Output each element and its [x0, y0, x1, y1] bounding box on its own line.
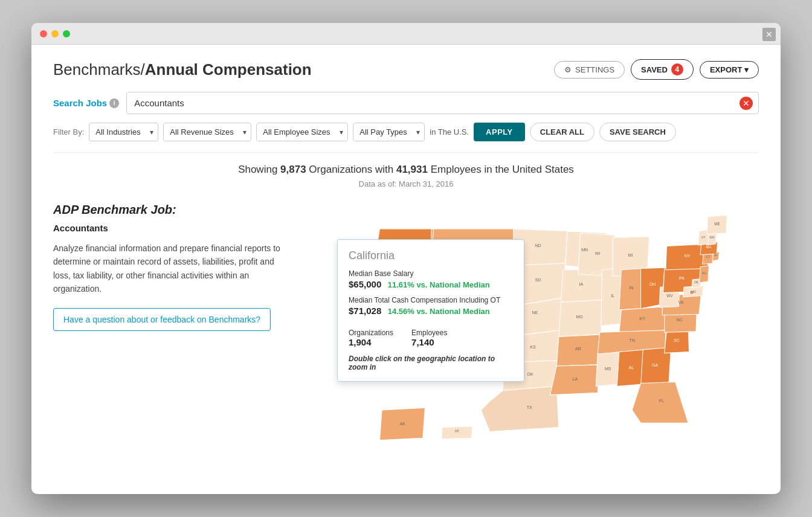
label-oh: OH: [649, 282, 656, 287]
industries-select[interactable]: All Industries: [89, 123, 158, 141]
search-input[interactable]: [126, 92, 759, 114]
label-ms: MS: [605, 367, 611, 371]
save-search-label: SAVE SEARCH: [610, 127, 666, 136]
employee-sizes-select[interactable]: All Employee Sizes: [256, 123, 348, 141]
emp-count: 41,931: [396, 164, 428, 175]
page-title: Benchmarks/Annual Compensation: [53, 60, 312, 79]
label-de: DE: [694, 280, 699, 284]
body-content: ADP Benchmark Job: Accountants Analyze f…: [53, 203, 759, 445]
label-ar: AR: [575, 347, 581, 352]
org-count: 9,873: [280, 164, 306, 175]
tooltip-stats: Organizations 1,904 Employees 7,140: [349, 323, 513, 347]
close-btn[interactable]: [40, 30, 47, 37]
label-nd: ND: [535, 243, 541, 248]
main-content: Benchmarks/Annual Compensation ⚙ SETTING…: [31, 45, 781, 459]
label-fl: FL: [659, 399, 664, 403]
left-panel: ADP Benchmark Job: Accountants Analyze f…: [53, 203, 283, 331]
label-al: AL: [628, 365, 634, 370]
breadcrumb-bold: Annual Compensation: [145, 60, 312, 79]
filter-by-label: Filter By:: [53, 127, 84, 136]
clear-all-label: CLEAR ALL: [540, 127, 584, 136]
saved-label: SAVED: [641, 65, 668, 74]
window-close-button[interactable]: ✕: [762, 28, 776, 41]
label-hi: HI: [455, 429, 459, 433]
label-sc: SC: [674, 338, 680, 343]
label-ct: CT: [706, 255, 710, 258]
label-wv: WV: [666, 294, 673, 298]
tooltip-total-cash-value: $71,028: [349, 306, 381, 316]
label-ak: AK: [400, 422, 405, 426]
filter-row: Filter By: All Industries All Revenue Si…: [53, 123, 759, 141]
gear-icon: ⚙: [564, 65, 572, 74]
label-ny: NY: [685, 254, 691, 258]
label-ok: OK: [527, 372, 534, 377]
industries-select-wrap: All Industries: [89, 123, 158, 141]
job-name: Accountants: [53, 223, 283, 233]
showing-text: Showing: [238, 164, 277, 175]
header-row: Benchmarks/Annual Compensation ⚙ SETTING…: [53, 59, 759, 80]
map-container[interactable]: WA OR CA ID NV MT WY CO UT AZ NM ND SD N…: [307, 203, 759, 445]
settings-button[interactable]: ⚙ SETTINGS: [554, 61, 625, 79]
save-search-button[interactable]: SAVE SEARCH: [599, 123, 676, 141]
label-mi: MI: [628, 253, 633, 258]
revenue-sizes-select-wrap: All Revenue Sizes: [163, 123, 251, 141]
tooltip-total-cash-label: Median Total Cash Compensation Including…: [349, 296, 513, 304]
search-input-wrap: ✕: [126, 92, 759, 114]
clear-search-button[interactable]: ✕: [740, 97, 753, 110]
feedback-link[interactable]: Have a question about or feedback on Ben…: [53, 308, 271, 331]
export-button[interactable]: EXPORT ▾: [700, 61, 759, 79]
benchmark-label: ADP Benchmark Job:: [53, 203, 283, 217]
tooltip-orgs-label: Organizations: [349, 329, 393, 337]
export-label: EXPORT ▾: [710, 65, 749, 74]
tooltip-emp-value: 7,140: [411, 337, 447, 347]
label-il: IL: [611, 294, 614, 298]
tooltip-total-cash-pct: 14.56% vs. National Median: [388, 307, 490, 316]
tooltip-organizations: Organizations 1,904: [349, 329, 393, 347]
tooltip-employees: Employees 7,140: [411, 329, 447, 347]
label-va: VA: [678, 300, 684, 305]
tooltip-hint: Double click on the geographic location …: [349, 355, 513, 371]
header-actions: ⚙ SETTINGS SAVED 4 EXPORT ▾: [554, 59, 759, 80]
label-me: ME: [714, 222, 720, 226]
maximize-btn[interactable]: [63, 30, 70, 37]
search-row: Search Jobs i ✕: [53, 92, 759, 114]
apply-label: APPLY: [486, 127, 513, 136]
label-ne: NE: [532, 310, 538, 315]
label-vt: VT: [701, 236, 706, 239]
breadcrumb-plain: Benchmarks/: [53, 60, 145, 79]
label-ia: IA: [579, 282, 584, 287]
tooltip-state-name: California: [349, 249, 513, 262]
label-ky: KY: [640, 316, 646, 321]
state-tx[interactable]: [481, 387, 559, 432]
label-wi: WI: [595, 251, 601, 256]
label-mo: MO: [576, 315, 583, 320]
revenue-sizes-select[interactable]: All Revenue Sizes: [163, 123, 251, 141]
minimize-btn[interactable]: [51, 30, 59, 37]
apply-button[interactable]: APPLY: [474, 123, 525, 141]
results-summary: Showing 9,873 Organizations with 41,931 …: [53, 164, 759, 176]
app-window: Benchmarks/Annual Compensation ⚙ SETTING…: [31, 23, 781, 494]
right-panel: WA OR CA ID NV MT WY CO UT AZ NM ND SD N…: [307, 203, 759, 445]
tooltip-orgs-value: 1,904: [349, 337, 393, 347]
data-as-of: Data as of: March 31, 2016: [53, 179, 759, 188]
settings-label: SETTINGS: [575, 65, 614, 74]
clear-all-button[interactable]: CLEAR ALL: [530, 123, 594, 141]
tooltip-total-cash-row: Median Total Cash Compensation Including…: [349, 296, 513, 316]
label-ri: RI: [714, 253, 717, 257]
saved-button[interactable]: SAVED 4: [631, 59, 694, 80]
map-tooltip: California Median Base Salary $65,000 11…: [337, 239, 524, 382]
info-icon: i: [109, 98, 119, 108]
label-tx: TX: [527, 405, 532, 410]
saved-badge: 4: [671, 63, 683, 75]
employee-sizes-select-wrap: All Employee Sizes: [256, 123, 348, 141]
label-nj: NJ: [702, 271, 706, 275]
label-ma: MA: [706, 245, 711, 249]
location-label: in The U.S.: [430, 127, 469, 136]
tooltip-base-salary-value: $65,000: [349, 279, 381, 289]
job-description: Analyze financial information and prepar…: [53, 242, 283, 296]
search-label: Search Jobs i: [53, 98, 119, 108]
search-jobs-text: Search Jobs: [53, 98, 107, 108]
label-tn: TN: [630, 338, 636, 343]
pay-types-select[interactable]: All Pay Types: [353, 123, 425, 141]
tooltip-emp-label: Employees: [411, 329, 447, 337]
